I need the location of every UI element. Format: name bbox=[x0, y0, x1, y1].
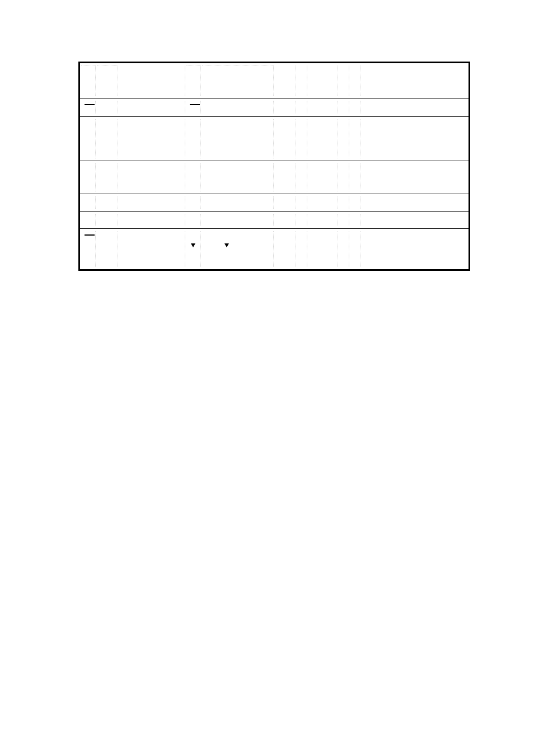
cell bbox=[360, 212, 469, 228]
cell bbox=[80, 161, 96, 194]
cell bbox=[274, 117, 296, 161]
cell bbox=[307, 117, 338, 161]
cell bbox=[96, 98, 118, 116]
cell bbox=[307, 212, 338, 228]
dash-mark bbox=[85, 234, 95, 236]
cell bbox=[338, 117, 349, 161]
cell bbox=[96, 212, 118, 228]
table-header-row bbox=[80, 63, 469, 98]
table-row bbox=[80, 228, 469, 269]
cell bbox=[96, 161, 118, 194]
cell bbox=[274, 212, 296, 228]
table-row bbox=[80, 116, 469, 161]
header-cell bbox=[185, 63, 201, 98]
header-cell bbox=[274, 63, 296, 98]
cell bbox=[118, 229, 185, 269]
triangle-down-icon bbox=[224, 243, 229, 247]
table-row bbox=[80, 211, 469, 228]
cell bbox=[274, 161, 296, 194]
cell bbox=[338, 98, 349, 116]
cell bbox=[185, 161, 201, 194]
cell bbox=[80, 229, 96, 269]
page bbox=[0, 0, 534, 756]
header-cell bbox=[201, 63, 274, 98]
table-row bbox=[80, 98, 469, 116]
triangle-down-icon bbox=[191, 243, 195, 247]
cell bbox=[360, 229, 469, 269]
cell bbox=[296, 194, 307, 211]
cell bbox=[201, 229, 274, 269]
cell bbox=[201, 117, 274, 161]
cell bbox=[201, 194, 274, 211]
header-cell bbox=[80, 63, 96, 98]
header-cell bbox=[96, 63, 118, 98]
cell bbox=[118, 212, 185, 228]
cell bbox=[338, 161, 349, 194]
cell bbox=[80, 117, 96, 161]
cell bbox=[338, 229, 349, 269]
cell bbox=[360, 98, 469, 116]
header-cell bbox=[349, 63, 360, 98]
cell bbox=[201, 212, 274, 228]
cell bbox=[296, 117, 307, 161]
cell bbox=[307, 229, 338, 269]
cell bbox=[296, 229, 307, 269]
header-cell bbox=[307, 63, 338, 98]
header-cell bbox=[338, 63, 349, 98]
cell bbox=[185, 117, 201, 161]
cell bbox=[185, 229, 201, 269]
cell bbox=[349, 117, 360, 161]
cell bbox=[118, 161, 185, 194]
cell bbox=[360, 161, 469, 194]
cell bbox=[296, 98, 307, 116]
cell bbox=[307, 194, 338, 211]
cell bbox=[185, 212, 201, 228]
cell bbox=[349, 161, 360, 194]
cell bbox=[185, 194, 201, 211]
cell bbox=[96, 194, 118, 211]
cell bbox=[349, 212, 360, 228]
cell bbox=[96, 117, 118, 161]
cell bbox=[96, 229, 118, 269]
cell bbox=[296, 212, 307, 228]
cell bbox=[80, 212, 96, 228]
cell bbox=[118, 117, 185, 161]
cell bbox=[307, 161, 338, 194]
cell bbox=[274, 98, 296, 116]
cell bbox=[185, 98, 201, 116]
cell bbox=[338, 194, 349, 211]
cell bbox=[201, 161, 274, 194]
header-cell bbox=[296, 63, 307, 98]
table bbox=[78, 62, 470, 271]
header-cell bbox=[118, 63, 185, 98]
cell bbox=[360, 117, 469, 161]
cell bbox=[201, 98, 274, 116]
cell bbox=[349, 98, 360, 116]
cell bbox=[274, 229, 296, 269]
cell bbox=[274, 194, 296, 211]
cell bbox=[118, 194, 185, 211]
cell bbox=[338, 212, 349, 228]
cell bbox=[307, 98, 338, 116]
dash-mark bbox=[85, 104, 95, 105]
cell bbox=[349, 229, 360, 269]
cell bbox=[349, 194, 360, 211]
cell bbox=[80, 194, 96, 211]
cell bbox=[360, 194, 469, 211]
dash-mark bbox=[190, 104, 200, 105]
table-row bbox=[80, 161, 469, 194]
table-row bbox=[80, 194, 469, 211]
cell bbox=[296, 161, 307, 194]
cell bbox=[118, 98, 185, 116]
cell bbox=[80, 98, 96, 116]
header-cell bbox=[360, 63, 469, 98]
